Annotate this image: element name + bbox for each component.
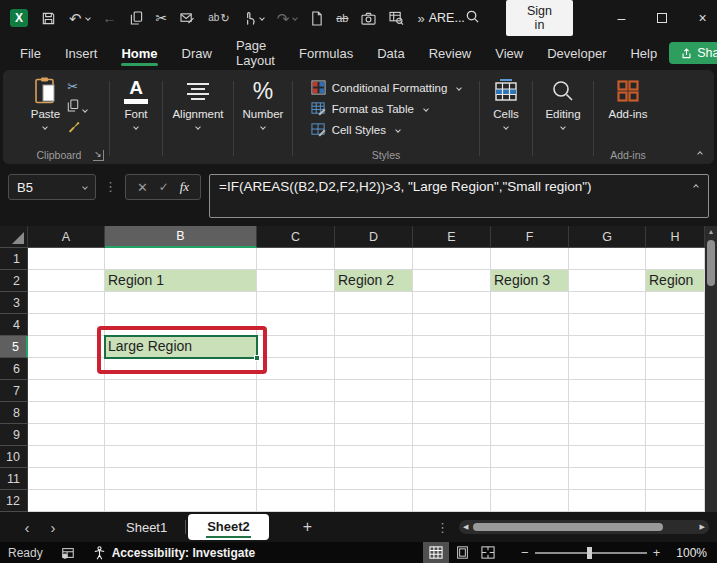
cell-F4[interactable] — [491, 314, 569, 336]
cell-B4[interactable] — [105, 314, 257, 336]
row-header-4[interactable]: 4 — [0, 314, 28, 336]
vertical-scroll-thumb[interactable] — [707, 240, 715, 286]
cell-D5[interactable] — [335, 336, 413, 358]
cell-E3[interactable] — [413, 292, 491, 314]
cell-C7[interactable] — [257, 380, 335, 402]
cell-A12[interactable] — [28, 490, 105, 512]
cell-C1[interactable] — [257, 248, 335, 270]
insert-function-icon[interactable]: fx — [180, 179, 189, 195]
cell-G5[interactable] — [569, 336, 646, 358]
cell-B5[interactable]: Large Region — [105, 336, 257, 358]
cell-A10[interactable] — [28, 446, 105, 468]
cell-H4[interactable] — [646, 314, 705, 336]
cell-F9[interactable] — [491, 424, 569, 446]
row-header-1[interactable]: 1 — [0, 248, 28, 270]
share-button[interactable]: Share — [669, 42, 717, 64]
format-painter-icon[interactable] — [67, 120, 87, 136]
col-header-G[interactable]: G — [569, 226, 646, 248]
row-header-9[interactable]: 9 — [0, 424, 28, 446]
cell-C2[interactable] — [257, 270, 335, 292]
cell-A1[interactable] — [28, 248, 105, 270]
cell-C8[interactable] — [257, 402, 335, 424]
cell-G6[interactable] — [569, 358, 646, 380]
tab-view[interactable]: View — [483, 39, 535, 68]
cell-C5[interactable] — [257, 336, 335, 358]
copy-icon[interactable] — [67, 99, 87, 115]
cell-E5[interactable] — [413, 336, 491, 358]
tab-developer[interactable]: Developer — [535, 39, 618, 68]
cell-E8[interactable] — [413, 402, 491, 424]
cell-A3[interactable] — [28, 292, 105, 314]
cell-A5[interactable] — [28, 336, 105, 358]
format-as-table-button[interactable]: Format as Table — [311, 101, 428, 116]
collapse-ribbon-icon[interactable] — [697, 151, 703, 157]
tab-page-layout[interactable]: Page Layout — [224, 31, 287, 75]
cell-A7[interactable] — [28, 380, 105, 402]
cell-D4[interactable] — [335, 314, 413, 336]
more-commands-icon[interactable]: » — [417, 12, 424, 25]
cell-styles-button[interactable]: Cell Styles — [311, 122, 400, 137]
name-box-dropdown-icon[interactable] — [82, 184, 88, 190]
scroll-right-icon[interactable]: ▶ — [700, 523, 705, 531]
zoom-in-icon[interactable]: + — [647, 545, 667, 560]
cell-H5[interactable] — [646, 336, 705, 358]
cell-F7[interactable] — [491, 380, 569, 402]
find-replace-icon[interactable]: ab↻ — [208, 13, 229, 24]
row-header-3[interactable]: 3 — [0, 292, 28, 314]
cells-button[interactable]: Cells — [493, 75, 519, 129]
cell-F11[interactable] — [491, 468, 569, 490]
cell-D3[interactable] — [335, 292, 413, 314]
new-sheet-button[interactable]: + — [303, 518, 312, 536]
horizontal-scroll-thumb[interactable] — [473, 523, 663, 531]
cell-G10[interactable] — [569, 446, 646, 468]
cell-B1[interactable] — [105, 248, 257, 270]
sheet-tab-sheet1[interactable]: Sheet1 — [108, 520, 185, 535]
scroll-up-icon[interactable]: ▲ — [705, 228, 717, 235]
cell-B3[interactable] — [105, 292, 257, 314]
macro-record-icon[interactable] — [61, 546, 75, 560]
cell-H7[interactable] — [646, 380, 705, 402]
tab-data[interactable]: Data — [365, 39, 416, 68]
horizontal-scrollbar[interactable]: ◀ ▶ — [459, 520, 709, 534]
col-header-E[interactable]: E — [413, 226, 491, 248]
cell-E6[interactable] — [413, 358, 491, 380]
cell-D2[interactable]: Region 2 — [335, 270, 413, 292]
cell-H1[interactable] — [646, 248, 705, 270]
cell-C10[interactable] — [257, 446, 335, 468]
cell-E10[interactable] — [413, 446, 491, 468]
formula-input[interactable]: =IF(AREAS((B2,D2,F2,H2))>3, "Large Regio… — [209, 174, 709, 218]
sheet-options-icon[interactable]: ⋮ — [426, 520, 459, 535]
cell-C9[interactable] — [257, 424, 335, 446]
sheet-tab-sheet2[interactable]: Sheet2 — [188, 514, 269, 540]
tab-insert[interactable]: Insert — [53, 39, 110, 68]
cell-D9[interactable] — [335, 424, 413, 446]
confirm-entry-icon[interactable]: ✓ — [159, 180, 169, 194]
strikethrough-icon[interactable]: ab — [336, 13, 348, 24]
zoom-level[interactable]: 100% — [676, 546, 707, 560]
save-icon[interactable] — [41, 11, 56, 26]
scroll-left-icon[interactable]: ◀ — [463, 523, 468, 531]
cell-E4[interactable] — [413, 314, 491, 336]
accessibility-status[interactable]: Accessibility: Investigate — [112, 546, 255, 560]
expand-formula-bar-icon[interactable] — [693, 184, 699, 190]
cell-A8[interactable] — [28, 402, 105, 424]
sign-in-button[interactable]: Sign in — [506, 0, 573, 36]
cell-H12[interactable] — [646, 490, 705, 512]
tab-draw[interactable]: Draw — [170, 39, 224, 68]
row-header-7[interactable]: 7 — [0, 380, 28, 402]
close-button[interactable]: × — [682, 10, 717, 26]
cell-D6[interactable] — [335, 358, 413, 380]
tab-formulas[interactable]: Formulas — [287, 39, 365, 68]
normal-view-icon[interactable] — [423, 542, 449, 563]
cell-D8[interactable] — [335, 402, 413, 424]
cell-F8[interactable] — [491, 402, 569, 424]
cell-E1[interactable] — [413, 248, 491, 270]
cell-A6[interactable] — [28, 358, 105, 380]
cell-B11[interactable] — [105, 468, 257, 490]
cell-C12[interactable] — [257, 490, 335, 512]
cell-H8[interactable] — [646, 402, 705, 424]
cancel-entry-icon[interactable]: ✕ — [137, 180, 148, 195]
tab-review[interactable]: Review — [417, 39, 484, 68]
vertical-scrollbar[interactable]: ▲ — [705, 226, 717, 512]
cell-G9[interactable] — [569, 424, 646, 446]
